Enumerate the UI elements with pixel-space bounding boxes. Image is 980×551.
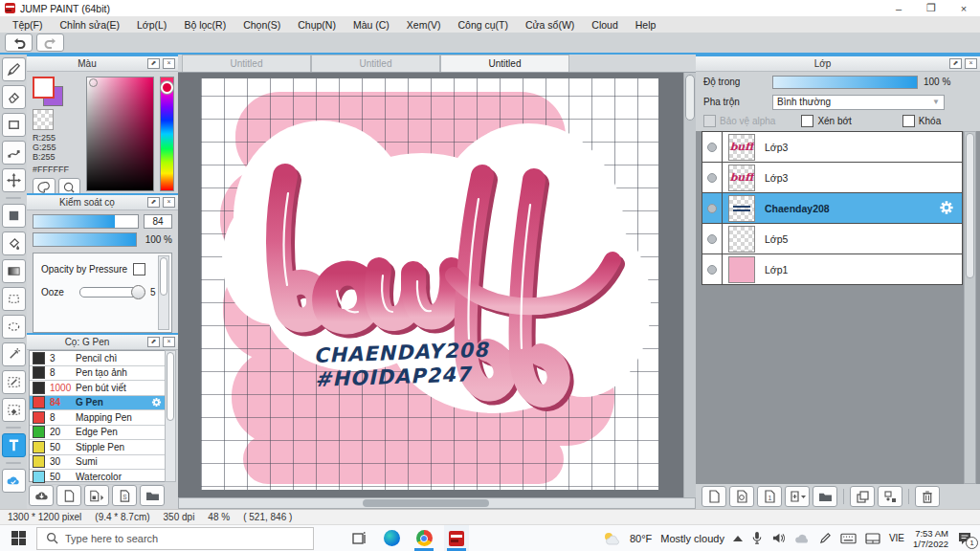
fill-shape-tool-button[interactable]	[2, 204, 26, 228]
curve-tool-button[interactable]	[2, 141, 26, 165]
options-scrollbar[interactable]	[158, 255, 169, 330]
brush-item-selected[interactable]: 84G Pen	[30, 396, 165, 411]
close-icon[interactable]: ×	[163, 197, 175, 208]
brush-item[interactable]: 8Pen tạo ảnh	[30, 366, 165, 382]
brush-tool-button[interactable]	[2, 57, 26, 81]
document-tab[interactable]: Untitled	[311, 55, 440, 72]
undo-button[interactable]	[5, 33, 33, 52]
jump-paint-taskbar-button[interactable]	[444, 525, 469, 551]
brush-item[interactable]: 50Watercolor	[30, 470, 165, 485]
layer-row[interactable]: buff Lớp3	[702, 132, 962, 163]
restore-button[interactable]: ❐	[915, 0, 947, 16]
hue-slider[interactable]	[160, 77, 174, 191]
brush-opacity-slider[interactable]	[33, 232, 137, 247]
layers-scrollbar[interactable]	[964, 131, 976, 484]
menu-view[interactable]: Xem(V)	[398, 19, 450, 31]
edge-taskbar-button[interactable]	[379, 525, 404, 551]
menu-color[interactable]: Màu (C)	[345, 19, 398, 31]
layer-opacity-slider[interactable]	[772, 76, 918, 89]
brush-item[interactable]: 50Stipple Pen	[30, 440, 165, 455]
taskbar-search[interactable]: Type here to search	[36, 527, 314, 550]
layer-visibility-toggle[interactable]	[702, 254, 723, 284]
menu-help[interactable]: Help	[627, 19, 665, 31]
popout-icon[interactable]: ⬈	[147, 197, 160, 208]
brush-list-scrollbar[interactable]	[165, 350, 176, 482]
layer-row[interactable]: Lớp1	[702, 254, 962, 284]
select-pen-tool-button[interactable]	[2, 370, 26, 394]
document-tab[interactable]: Untitled	[182, 55, 311, 72]
menu-window[interactable]: Cửa sổ(W)	[517, 19, 583, 31]
brush-item[interactable]: 30Sumi	[30, 455, 165, 471]
layer-visibility-toggle[interactable]	[702, 132, 723, 162]
close-button[interactable]: ×	[947, 0, 980, 16]
menu-tools[interactable]: Công cụ(T)	[449, 19, 517, 31]
brush-item[interactable]: 8Mapping Pen	[30, 410, 165, 426]
touch-keyboard-icon[interactable]	[840, 533, 857, 544]
brush-item[interactable]: 1000Pen bút viết	[30, 381, 165, 396]
redo-button[interactable]	[36, 33, 64, 52]
shape-tool-button[interactable]	[2, 113, 26, 137]
clock[interactable]: 7:53 AM 1/7/2022	[913, 528, 948, 549]
lock-checkbox[interactable]	[902, 115, 915, 127]
scroll-thumb[interactable]	[363, 499, 489, 507]
speaker-icon[interactable]	[771, 532, 786, 544]
select-eraser-tool-button[interactable]	[2, 398, 26, 422]
brush-folder-button[interactable]	[140, 485, 165, 506]
layer-settings-gear-icon[interactable]	[939, 200, 954, 215]
popout-icon[interactable]: ⬈	[949, 58, 962, 69]
duplicate-layer-button[interactable]	[850, 486, 875, 507]
menu-edit[interactable]: Chỉnh sửa(E)	[52, 19, 128, 31]
close-icon[interactable]: ×	[163, 58, 175, 69]
weather-temp[interactable]: 80°F	[630, 533, 652, 544]
layer-visibility-toggle[interactable]	[702, 193, 723, 223]
protect-alpha-checkbox[interactable]	[703, 115, 716, 127]
bucket-tool-button[interactable]	[2, 231, 26, 255]
document-tab-active[interactable]: Untitled	[440, 55, 569, 72]
clipping-checkbox[interactable]	[801, 115, 813, 127]
hidden-icons-chevron[interactable]	[733, 536, 743, 541]
menu-select[interactable]: Chọn(S)	[234, 19, 289, 31]
weather-desc[interactable]: Mostly cloudy	[660, 533, 724, 544]
new-tone-layer-button[interactable]	[729, 486, 754, 507]
menu-capture[interactable]: Chụp(N)	[289, 19, 345, 31]
close-icon[interactable]: ×	[965, 58, 977, 69]
eraser-tool-button[interactable]	[2, 85, 26, 109]
microphone-icon[interactable]	[751, 531, 763, 545]
menu-layer[interactable]: Lớp(L)	[128, 19, 175, 31]
ooze-slider[interactable]	[79, 287, 145, 298]
new-1bit-layer-button[interactable]: 1	[757, 486, 782, 507]
transparent-swatch[interactable]	[33, 109, 54, 130]
canvas-vertical-scrollbar[interactable]	[683, 73, 696, 497]
brush-cloud-download-button[interactable]	[29, 485, 54, 506]
text-tool-button[interactable]	[2, 433, 26, 457]
blend-mode-select[interactable]: Bình thường ▼	[772, 95, 945, 110]
merge-layer-button[interactable]	[878, 486, 902, 507]
brush-item[interactable]: 20Edge Pen	[30, 426, 165, 441]
new-brush-button[interactable]	[56, 485, 81, 506]
scroll-thumb[interactable]	[685, 75, 695, 121]
save-brush-button[interactable]	[84, 485, 109, 506]
ooze-thumb[interactable]	[131, 285, 145, 299]
brush-item[interactable]: 3Pencil chì	[30, 351, 165, 366]
brush-size-slider[interactable]	[33, 214, 139, 229]
layer-row-selected[interactable]: Chaenday208	[702, 193, 962, 224]
add-layer-dropdown-button[interactable]	[785, 486, 810, 507]
brush-size-value[interactable]: 84	[144, 214, 172, 229]
magic-wand-tool-button[interactable]	[2, 342, 26, 366]
popout-icon[interactable]: ⬈	[147, 337, 160, 347]
cloud-sync-button[interactable]	[2, 469, 26, 493]
new-layer-button[interactable]	[702, 486, 726, 507]
brush-settings-gear-icon[interactable]	[151, 397, 162, 408]
windows-ink-pen-icon[interactable]	[819, 532, 832, 544]
canvas-horizontal-scrollbar[interactable]	[178, 497, 696, 509]
layer-row[interactable]: buff Lớp3	[702, 163, 962, 193]
menu-filter[interactable]: Bộ lọc(R)	[175, 19, 234, 31]
start-button[interactable]	[0, 525, 36, 551]
lasso-select-tool-button[interactable]	[2, 315, 26, 339]
close-icon[interactable]: ×	[163, 337, 175, 347]
chrome-taskbar-button[interactable]	[412, 525, 436, 551]
layer-row[interactable]: Lớp5	[702, 224, 962, 254]
notification-center-button[interactable]: 1	[957, 531, 972, 545]
brush-script-button[interactable]: S	[112, 485, 137, 506]
move-tool-button[interactable]	[2, 168, 26, 192]
